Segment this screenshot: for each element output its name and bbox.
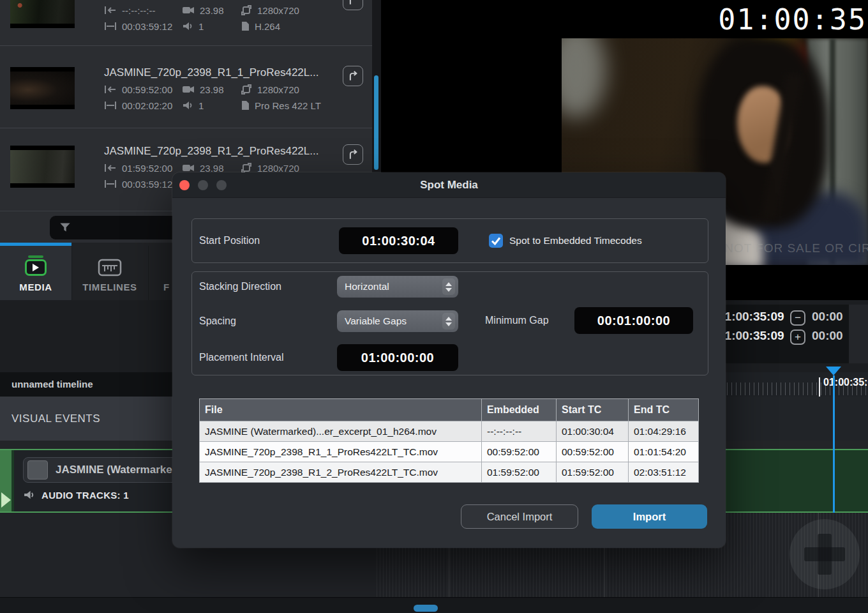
media-tab-icon bbox=[25, 259, 47, 276]
watermark-text: NOT FOR SALE OR CIRC bbox=[724, 241, 868, 255]
share-arrow-icon bbox=[343, 145, 362, 163]
audio-channels-icon bbox=[182, 101, 193, 110]
clip-resolution: 1280x720 bbox=[257, 5, 299, 16]
clip-share-button[interactable] bbox=[343, 0, 363, 10]
cell-file: JASMINE_720p_2398_R1_2_ProRes422LT_TC.mo… bbox=[200, 462, 482, 483]
cell-embedded: 00:59:52:00 bbox=[482, 442, 557, 462]
clip-thumbnail bbox=[10, 0, 75, 28]
import-button[interactable]: Import bbox=[592, 504, 707, 529]
clip-share-button[interactable] bbox=[343, 66, 363, 86]
stacking-direction-label: Stacking Direction bbox=[199, 276, 281, 298]
audio-tracks-label: AUDIO TRACKS: 1 bbox=[41, 490, 129, 501]
spacing-select[interactable]: Variable Gaps bbox=[337, 310, 458, 332]
cell-embedded: --:--:--:-- bbox=[482, 421, 557, 442]
stepper-arrows-icon[interactable] bbox=[442, 278, 455, 295]
clip-duration: 00:03:59:12 bbox=[122, 179, 172, 190]
placement-interval-label: Placement Interval bbox=[199, 344, 284, 371]
horizontal-scrollbar-thumb[interactable] bbox=[414, 605, 438, 612]
column-header-start-tc: Start TC bbox=[557, 399, 629, 421]
clip-in-timecode: --:--:--:-- bbox=[122, 5, 155, 16]
minus-offset-button[interactable]: − bbox=[790, 310, 805, 326]
filter-funnel-icon bbox=[58, 220, 72, 234]
clip-name: JASMINE_720p_2398_R1_2_ProRes422L... bbox=[104, 145, 318, 158]
track-section-label: VISUAL EVENTS bbox=[11, 397, 100, 441]
clip-duration: 00:03:59:12 bbox=[122, 21, 172, 32]
clip-in-timecode: 01:59:52:00 bbox=[122, 163, 172, 174]
clip-list-item[interactable]: JASMINE_720p_2398_R1_1_ProRes422L... 00:… bbox=[0, 45, 372, 128]
clip-info-thumbnail bbox=[27, 460, 48, 480]
clip-audio-channels: 1 bbox=[198, 100, 204, 111]
media-panel-scrollbar-thumb[interactable] bbox=[374, 75, 378, 170]
start-position-field[interactable]: 01:00:30:04 bbox=[339, 227, 458, 254]
clip-framerate: 23.98 bbox=[200, 163, 224, 174]
share-arrow-icon bbox=[343, 0, 362, 9]
stacking-direction-select[interactable]: Horizontal bbox=[337, 276, 458, 298]
clip-framerate: 23.98 bbox=[200, 84, 224, 95]
duration-icon bbox=[104, 179, 117, 188]
playhead-handle[interactable] bbox=[826, 367, 841, 375]
cell-end-tc: 01:01:54:20 bbox=[629, 442, 699, 462]
tab-timelines[interactable]: TIMELINES bbox=[71, 246, 148, 300]
cell-start-tc: 01:00:30:04 bbox=[557, 421, 629, 442]
tab-media[interactable]: MEDIA bbox=[0, 246, 71, 300]
tab-separator bbox=[71, 246, 72, 300]
table-row[interactable]: JASMINE_720p_2398_R1_2_ProRes422LT_TC.mo… bbox=[200, 462, 699, 483]
clip-share-button[interactable] bbox=[343, 144, 363, 165]
share-arrow-icon bbox=[343, 66, 362, 85]
clip-thumbnail bbox=[10, 146, 75, 188]
clip-thumbnail bbox=[10, 67, 75, 109]
offset-value: 00:00 bbox=[812, 329, 843, 343]
duration-icon bbox=[104, 101, 117, 110]
tab-label: MEDIA bbox=[0, 282, 71, 292]
table-row[interactable]: JASMINE_720p_2398_R1_1_ProRes422LT_TC.mo… bbox=[200, 442, 699, 462]
clip-framerate: 23.98 bbox=[200, 5, 224, 16]
checkbox-label: Spot to Embedded Timecodes bbox=[509, 227, 642, 254]
clip-codec: H.264 bbox=[255, 21, 280, 32]
timeline-clip-name: JASMINE (Watermarked) bbox=[56, 458, 183, 482]
camera-icon bbox=[182, 85, 195, 94]
clip-duration: 00:02:02:20 bbox=[122, 100, 172, 111]
start-position-label: Start Position bbox=[199, 227, 260, 254]
audio-channels-icon bbox=[182, 22, 193, 31]
column-header-file: File bbox=[200, 399, 482, 421]
spot-to-embedded-checkbox[interactable] bbox=[489, 234, 503, 248]
camera-icon bbox=[182, 163, 195, 172]
zoom-in-button[interactable] bbox=[789, 519, 860, 589]
ruler-timecode-label: 01:00:35:00 bbox=[823, 377, 868, 388]
stepper-arrows-icon[interactable] bbox=[442, 313, 455, 329]
clip-in-timecode: 00:59:52:00 bbox=[122, 84, 172, 95]
timeline-name: unnamed timeline bbox=[11, 372, 93, 397]
spot-media-dialog: Spot Media Start Position 01:00:30:04 Sp… bbox=[172, 172, 726, 548]
cell-start-tc: 00:59:52:00 bbox=[557, 442, 629, 462]
playhead-line bbox=[833, 375, 835, 513]
cell-start-tc: 01:59:52:00 bbox=[557, 462, 629, 483]
in-point-icon bbox=[104, 6, 117, 15]
minimum-gap-field[interactable]: 00:01:00:00 bbox=[574, 307, 693, 334]
cell-end-tc: 01:04:29:16 bbox=[629, 421, 699, 442]
cancel-import-button[interactable]: Cancel Import bbox=[461, 504, 578, 529]
dialog-title: Spot Media bbox=[172, 172, 726, 198]
cell-embedded: 01:59:52:00 bbox=[482, 462, 557, 483]
clip-resolution: 1280x720 bbox=[257, 84, 299, 95]
dialog-title-bar[interactable]: Spot Media bbox=[172, 172, 726, 198]
table-row[interactable]: JASMINE (Watermarked)...er_excerpt_01_h2… bbox=[200, 421, 699, 442]
in-point-icon bbox=[104, 85, 117, 94]
spot-media-table: File Embedded Start TC End TC JASMINE (W… bbox=[199, 398, 699, 483]
tab-separator bbox=[148, 246, 149, 300]
offset-value: 00:00 bbox=[812, 310, 843, 324]
frame-size-icon bbox=[241, 84, 252, 95]
frame-size-icon bbox=[241, 4, 252, 16]
plus-offset-button[interactable]: + bbox=[790, 329, 805, 345]
minimum-gap-label: Minimum Gap bbox=[485, 307, 549, 334]
clip-list-item[interactable]: --:--:--:-- 23.98 1280x720 00:03:59:12 bbox=[0, 0, 372, 45]
horizontal-scrollbar-track bbox=[0, 597, 868, 613]
plus-icon: + bbox=[795, 331, 801, 343]
column-header-embedded: Embedded bbox=[482, 399, 557, 421]
timecode-panel-side bbox=[849, 305, 868, 363]
clip-audio-channels: 1 bbox=[198, 21, 204, 32]
viewer-timecode: 01:00:35 bbox=[718, 3, 867, 36]
placement-interval-field[interactable]: 01:00:00:00 bbox=[337, 344, 458, 371]
tab-label: TIMELINES bbox=[71, 282, 148, 292]
table-header-row: File Embedded Start TC End TC bbox=[200, 399, 699, 421]
clip-codec: Pro Res 422 LT bbox=[255, 100, 321, 111]
